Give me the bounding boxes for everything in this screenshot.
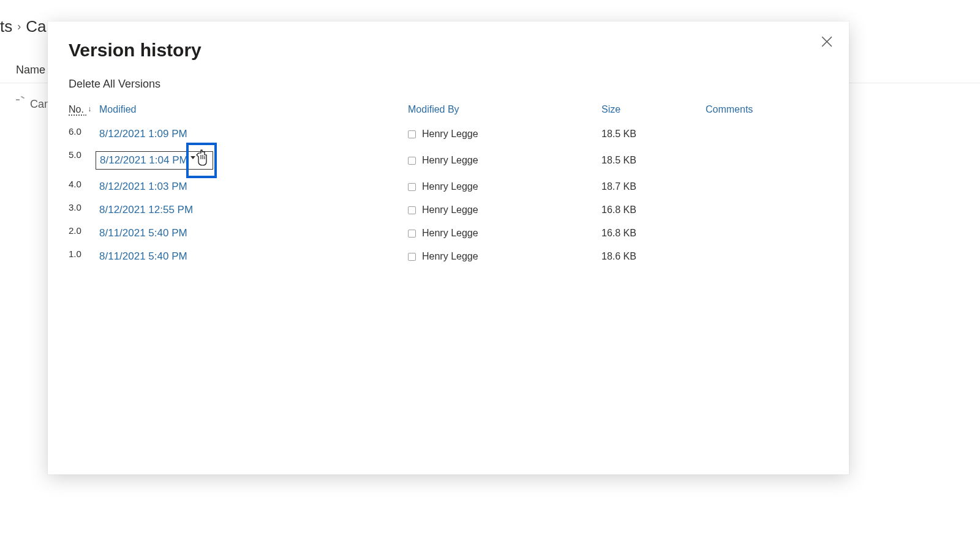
cell-comments <box>706 245 828 268</box>
cell-modified[interactable]: 8/12/2021 1:04 PM <box>99 146 408 175</box>
cell-size: 16.8 KB <box>601 198 706 222</box>
cell-comments <box>706 222 828 245</box>
close-icon <box>821 36 832 47</box>
cell-modified[interactable]: 8/12/2021 12:55 PM <box>99 198 408 222</box>
cell-size: 18.5 KB <box>601 122 706 146</box>
author-name: Henry Legge <box>422 204 478 216</box>
presence-icon <box>408 230 416 238</box>
cell-comments <box>706 146 828 175</box>
modal-title: Version history <box>69 40 828 61</box>
modal-overlay: Version history Delete All Versions No. … <box>0 0 980 551</box>
cell-modified-by[interactable]: Henry Legge <box>408 222 601 245</box>
presence-icon <box>408 157 416 165</box>
version-date-link[interactable]: 8/12/2021 12:55 PM <box>99 204 193 216</box>
cell-size: 18.6 KB <box>601 245 706 268</box>
delete-all-versions-link[interactable]: Delete All Versions <box>69 78 828 91</box>
cell-comments <box>706 122 828 146</box>
cell-comments <box>706 175 828 198</box>
author-name: Henry Legge <box>422 155 478 166</box>
author-name: Henry Legge <box>422 228 478 239</box>
cell-no: 2.0 <box>69 222 99 245</box>
version-date-link[interactable]: 8/12/2021 1:09 PM <box>99 128 187 140</box>
column-header-no-label: No. <box>69 104 84 114</box>
author-name: Henry Legge <box>422 251 478 262</box>
close-button[interactable] <box>817 32 837 52</box>
cell-size: 16.8 KB <box>601 222 706 245</box>
version-history-modal: Version history Delete All Versions No. … <box>48 21 849 474</box>
cell-no: 4.0 <box>69 175 99 198</box>
version-date-link[interactable]: 8/12/2021 1:03 PM <box>99 181 187 193</box>
version-date-link[interactable]: 8/12/2021 1:04 PM <box>100 154 188 167</box>
column-header-no[interactable]: No. ↓ <box>69 104 99 122</box>
cell-comments <box>706 198 828 222</box>
cell-modified[interactable]: 8/12/2021 1:03 PM <box>99 175 408 198</box>
version-date-link[interactable]: 8/11/2021 5:40 PM <box>99 227 187 239</box>
cell-no: 3.0 <box>69 198 99 222</box>
author-name: Henry Legge <box>422 181 478 192</box>
author-name: Henry Legge <box>422 129 478 140</box>
column-header-modified-by[interactable]: Modified By <box>408 104 601 122</box>
cell-modified[interactable]: 8/12/2021 1:09 PM <box>99 122 408 146</box>
cell-modified[interactable]: 8/11/2021 5:40 PM <box>99 222 408 245</box>
cell-size: 18.7 KB <box>601 175 706 198</box>
cell-no: 1.0 <box>69 245 99 268</box>
cell-modified-by[interactable]: Henry Legge <box>408 122 601 146</box>
versions-table: No. ↓ Modified Modified By Size Comments… <box>69 104 828 268</box>
cell-no: 6.0 <box>69 122 99 146</box>
column-header-size[interactable]: Size <box>601 104 706 122</box>
cell-modified-by[interactable]: Henry Legge <box>408 245 601 268</box>
cell-no: 5.0 <box>69 146 99 175</box>
cursor-pointer-icon <box>195 149 210 168</box>
presence-icon <box>408 130 416 138</box>
presence-icon <box>408 206 416 214</box>
cell-modified-by[interactable]: Henry Legge <box>408 146 601 175</box>
version-date-link[interactable]: 8/11/2021 5:40 PM <box>99 250 187 263</box>
presence-icon <box>408 183 416 191</box>
cell-size: 18.5 KB <box>601 146 706 175</box>
cell-modified-by[interactable]: Henry Legge <box>408 198 601 222</box>
presence-icon <box>408 253 416 261</box>
cell-modified[interactable]: 8/11/2021 5:40 PM <box>99 245 408 268</box>
sort-arrow-down-icon: ↓ <box>88 105 91 113</box>
column-header-comments[interactable]: Comments <box>706 104 828 122</box>
column-header-modified[interactable]: Modified <box>99 104 408 122</box>
cell-modified-by[interactable]: Henry Legge <box>408 175 601 198</box>
